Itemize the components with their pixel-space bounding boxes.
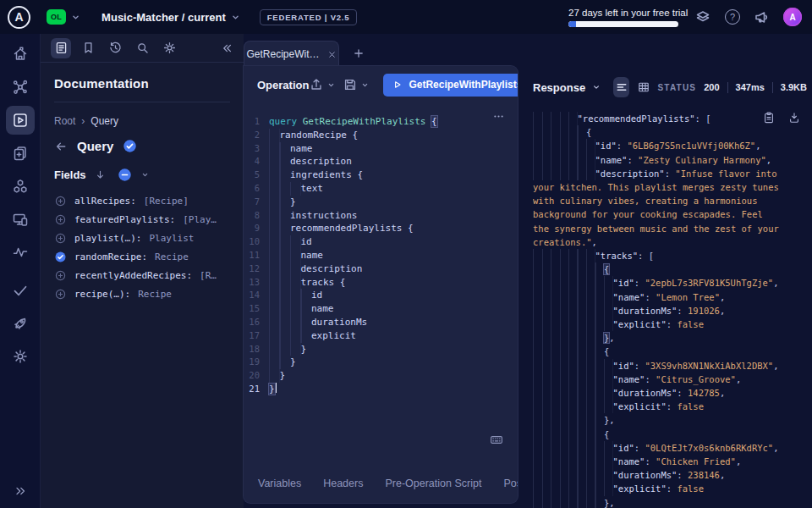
line-number: 11: [244, 249, 269, 262]
rail-explorer-icon[interactable]: [6, 106, 35, 135]
org-chevron-down-icon[interactable]: [70, 12, 81, 23]
share-icon[interactable]: [309, 77, 324, 92]
bottom-tab-headers[interactable]: Headers: [323, 478, 363, 489]
run-operation-button[interactable]: GetRecipeWithPlaylists: [383, 74, 518, 97]
field-row[interactable]: recentlyAddedRecipes:[R…: [54, 266, 230, 284]
add-field-icon[interactable]: [54, 195, 67, 207]
response-line: },: [533, 331, 812, 345]
collapse-panel-icon[interactable]: [220, 41, 233, 55]
bottom-tab-pre-operation-script[interactable]: Pre-Operation Script: [385, 478, 481, 489]
response-chevron-down-icon[interactable]: [591, 82, 601, 92]
rail-changelog-icon[interactable]: [6, 139, 35, 168]
table-view-icon[interactable]: [635, 77, 651, 97]
field-row[interactable]: recipe(…):Recipe: [54, 284, 230, 303]
fields-list: allRecipes:[Recipe]featuredPlaylists:[Pl…: [54, 191, 230, 303]
field-row[interactable]: allRecipes:[Recipe]: [54, 191, 230, 210]
field-row[interactable]: featuredPlaylists:[Play…: [54, 210, 230, 229]
line-number: 13: [244, 276, 269, 290]
graphql-editor[interactable]: 1query GetRecipeWithPlaylists {2randomRe…: [244, 115, 518, 396]
deselect-all-icon[interactable]: [118, 168, 132, 182]
editor-line: 14id: [244, 289, 518, 302]
documentation-tab-icon[interactable]: [51, 38, 71, 58]
response-line: {: [533, 428, 812, 441]
response-panel: Response STATUS 200 347ms 3.9KB "recomme…: [524, 34, 812, 508]
expand-rail-icon[interactable]: [0, 484, 40, 498]
operation-tab-label: GetRecipeWit…: [246, 48, 319, 60]
save-chevron-down-icon[interactable]: [360, 80, 370, 90]
response-line: {: [533, 125, 812, 139]
bookmarks-icon[interactable]: [78, 38, 98, 58]
rail-launches-icon[interactable]: [6, 309, 35, 338]
field-type: [Play…: [183, 214, 217, 225]
back-arrow-icon[interactable]: [54, 140, 68, 153]
field-row[interactable]: playlist(…):Playlist: [54, 229, 230, 247]
rail-settings-icon[interactable]: [6, 342, 35, 371]
apollo-logo[interactable]: A: [8, 6, 30, 29]
line-number: 6: [244, 182, 269, 196]
keyboard-shortcuts-icon[interactable]: [488, 433, 505, 447]
field-row[interactable]: randomRecipe:Recipe: [54, 247, 230, 266]
field-name: randomRecipe:: [74, 251, 147, 262]
rail-subgraphs-icon[interactable]: [6, 172, 35, 201]
line-number: 16: [244, 316, 269, 329]
rail-clients-icon[interactable]: [6, 205, 35, 234]
add-field-icon[interactable]: [54, 269, 67, 282]
line-number: 9: [244, 222, 269, 235]
breadcrumb-root[interactable]: Root: [54, 115, 75, 127]
org-badge[interactable]: OL: [47, 9, 66, 25]
close-tab-icon[interactable]: [327, 50, 337, 59]
add-field-icon[interactable]: [54, 213, 67, 226]
field-name: recipe(…):: [74, 289, 130, 300]
line-number: 3: [244, 142, 269, 156]
download-response-icon[interactable]: [787, 111, 801, 124]
response-line: {: [533, 262, 812, 276]
response-line: },: [533, 413, 812, 427]
nav-rail: [0, 34, 41, 508]
editor-line: 11name: [244, 249, 518, 262]
graph-selector[interactable]: Music-Matcher / current: [102, 11, 226, 24]
play-icon: [392, 80, 403, 90]
new-tab-icon[interactable]: [349, 44, 368, 63]
copy-response-icon[interactable]: [762, 111, 776, 124]
line-number: 10: [244, 235, 269, 249]
trial-progress-fill: [568, 21, 576, 27]
graph-chevron-down-icon[interactable]: [230, 12, 241, 23]
operation-tab[interactable]: GetRecipeWit…: [244, 41, 339, 67]
share-chevron-down-icon[interactable]: [326, 80, 336, 90]
bottom-tab-post-operation-script[interactable]: Post-Operation Script: [503, 478, 518, 489]
editor-line: 5ingredients {: [244, 168, 518, 182]
rail-home-icon[interactable]: [6, 40, 35, 69]
history-icon[interactable]: [105, 38, 125, 58]
add-field-icon[interactable]: [54, 232, 67, 245]
field-selected-icon[interactable]: [54, 251, 67, 263]
breadcrumb-current[interactable]: Query: [91, 115, 118, 127]
line-number: 18: [244, 343, 269, 356]
line-number: 1: [244, 115, 269, 129]
operation-bottom-tabs: VariablesHeadersPre-Operation ScriptPost…: [244, 464, 518, 503]
search-icon[interactable]: [132, 38, 152, 58]
editor-line: 9recommendedPlaylists {: [244, 222, 518, 235]
help-icon[interactable]: ?: [725, 9, 740, 25]
editor-line: 19}: [244, 356, 518, 369]
add-field-icon[interactable]: [54, 288, 67, 301]
raw-view-icon[interactable]: [613, 77, 629, 97]
rail-insights-icon[interactable]: [6, 238, 35, 267]
response-line: "explicit": false: [533, 482, 812, 495]
editor-line: 17explicit: [244, 329, 518, 343]
breadcrumb-separator: ›: [81, 115, 85, 127]
line-number: 15: [244, 302, 269, 316]
rail-checks-icon[interactable]: [6, 276, 35, 305]
response-json: "recommendedPlaylists": [{"id": "6LB6g7S…: [533, 112, 812, 508]
doc-settings-icon[interactable]: [159, 38, 179, 58]
bottom-tab-variables[interactable]: Variables: [258, 478, 301, 489]
rail-graph-icon[interactable]: [6, 73, 35, 102]
type-selected-check-icon[interactable]: [123, 139, 137, 153]
editor-line: 16durationMs: [244, 316, 518, 329]
sort-fields-icon[interactable]: [95, 169, 106, 180]
save-icon[interactable]: [343, 77, 358, 92]
fields-chevron-down-icon[interactable]: [140, 170, 150, 179]
response-line: "durationMs": 191026,: [533, 304, 812, 318]
announcements-icon[interactable]: [753, 8, 770, 25]
graphs-menu-icon[interactable]: [694, 8, 711, 25]
user-avatar[interactable]: A: [783, 8, 802, 26]
